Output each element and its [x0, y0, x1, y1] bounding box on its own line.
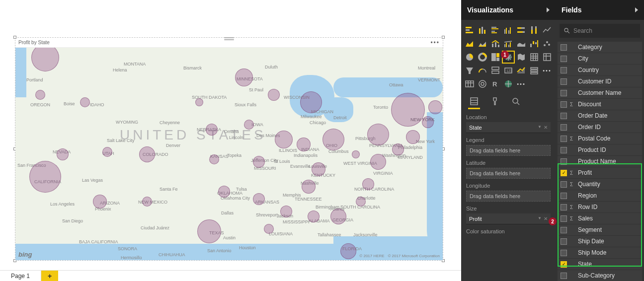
field-item[interactable]: Customer ID — [558, 76, 642, 87]
field-checkbox[interactable] — [561, 90, 567, 96]
map-visual-frame[interactable]: Profit by State ••• UNITED STATES OREGON… — [15, 37, 443, 261]
map-bubble[interactable] — [308, 211, 320, 222]
chevron-down-icon[interactable]: ▼ — [538, 125, 542, 130]
field-checkbox[interactable] — [561, 238, 567, 245]
r-visual-icon[interactable]: R — [490, 78, 501, 89]
map-bubble[interactable] — [367, 124, 389, 145]
field-item[interactable]: Category — [558, 42, 642, 53]
pie-icon[interactable] — [464, 52, 475, 63]
map-bubble[interactable] — [362, 178, 374, 190]
add-page-button[interactable]: + — [41, 271, 58, 281]
report-canvas[interactable]: Profit by State ••• UNITED STATES OREGON… — [0, 0, 461, 281]
analytics-tab-icon[interactable] — [510, 95, 522, 107]
field-checkbox[interactable] — [561, 273, 567, 279]
hundred-column-icon[interactable] — [529, 25, 540, 36]
map-body[interactable]: UNITED STATES OREGON IDAHO MONTANA SOUTH… — [15, 48, 443, 260]
field-checkbox[interactable] — [561, 67, 567, 73]
map-bubble[interactable] — [264, 224, 274, 234]
format-tab-icon[interactable] — [489, 95, 501, 107]
map-bubble[interactable] — [195, 98, 203, 106]
field-item[interactable]: ΣPostal Code — [558, 133, 642, 144]
field-item[interactable]: Product ID — [558, 144, 642, 155]
globe-visual-icon[interactable] — [503, 78, 514, 89]
field-checkbox[interactable] — [561, 78, 567, 85]
resize-handle[interactable] — [13, 36, 16, 39]
multirow-card-icon[interactable] — [490, 65, 501, 76]
field-checkbox[interactable] — [561, 215, 567, 222]
field-item[interactable]: Product Name — [558, 156, 642, 167]
scatter-icon[interactable] — [542, 38, 553, 49]
card-icon[interactable]: 123 — [503, 65, 514, 76]
map-bubble[interactable] — [197, 219, 221, 243]
resize-handle[interactable] — [442, 36, 445, 39]
map-bubble[interactable] — [35, 90, 45, 100]
donut-icon[interactable] — [477, 52, 488, 63]
map-bubble[interactable] — [297, 138, 311, 151]
map-bubble[interactable] — [253, 156, 265, 168]
waterfall-icon[interactable] — [529, 38, 540, 49]
gauge-icon[interactable] — [477, 65, 488, 76]
field-item[interactable]: Order Date — [558, 110, 642, 121]
map-bubble[interactable] — [302, 180, 316, 194]
field-checkbox[interactable] — [561, 44, 567, 51]
fields-header[interactable]: Fields — [556, 0, 644, 20]
map-bubble[interactable] — [391, 93, 425, 127]
kpi-icon[interactable] — [516, 65, 527, 76]
visualizations-header[interactable]: Visualizations — [461, 0, 556, 20]
field-item[interactable]: Country — [558, 65, 642, 75]
slicer-icon[interactable] — [529, 65, 540, 76]
funnel-icon[interactable] — [464, 65, 475, 76]
stacked-bar-icon[interactable] — [464, 25, 475, 36]
field-checkbox[interactable] — [561, 250, 567, 256]
well-longitude[interactable]: Drag data fields here — [466, 191, 551, 202]
more-options-icon[interactable]: ••• — [430, 39, 440, 46]
map-bubble[interactable] — [29, 161, 61, 193]
map-bubble[interactable] — [244, 120, 254, 130]
map-bubble[interactable] — [253, 193, 265, 205]
line-stacked-column-icon[interactable] — [490, 38, 501, 49]
field-checkbox[interactable] — [561, 124, 567, 131]
map-bubble[interactable] — [139, 146, 155, 162]
move-grip-icon[interactable] — [223, 37, 235, 41]
field-item[interactable]: Customer Name — [558, 87, 642, 98]
map-bubble[interactable] — [80, 97, 90, 107]
map-bubble[interactable] — [93, 195, 107, 209]
fields-tab-icon[interactable] — [468, 95, 480, 107]
map-bubble[interactable] — [206, 124, 218, 136]
field-checkbox[interactable]: ✓ — [561, 261, 567, 268]
map-bubble[interactable] — [268, 89, 280, 101]
map-bubble[interactable] — [322, 129, 344, 150]
treemap-icon[interactable] — [490, 52, 501, 63]
more-visuals-icon[interactable]: ••• — [542, 65, 553, 76]
field-checkbox[interactable] — [561, 101, 567, 108]
map-bubble[interactable] — [312, 162, 325, 176]
field-checkbox[interactable] — [561, 227, 567, 233]
field-checkbox[interactable] — [561, 181, 567, 188]
map-bubble[interactable] — [102, 147, 112, 157]
field-checkbox[interactable] — [561, 56, 567, 62]
field-item[interactable]: ✓ΣProfit — [558, 167, 642, 178]
map-bubble[interactable] — [352, 150, 360, 158]
ribbon-chart-icon[interactable] — [516, 38, 527, 49]
field-item[interactable]: ΣQuantity — [558, 179, 642, 190]
field-checkbox[interactable] — [561, 113, 567, 119]
well-location[interactable]: State ▼✕ — [466, 122, 551, 133]
fields-list[interactable]: CategoryCityCountryCustomer IDCustomer N… — [556, 42, 644, 281]
map-bubble[interactable] — [280, 206, 292, 217]
fields-search[interactable]: Search — [560, 24, 640, 38]
map-bubble[interactable] — [356, 197, 366, 207]
page-tab[interactable]: Page 1 — [0, 271, 41, 281]
field-item[interactable]: City — [558, 53, 642, 64]
field-checkbox[interactable] — [561, 193, 567, 199]
clustered-bar-icon[interactable] — [490, 25, 501, 36]
field-item[interactable]: ΣRow ID — [558, 202, 642, 212]
ellipsis-icon[interactable]: ••• — [516, 78, 527, 89]
field-item[interactable]: Sub-Category — [558, 270, 642, 281]
field-item[interactable]: Region — [558, 190, 642, 201]
map-bubble[interactable] — [340, 243, 356, 259]
matrix-icon[interactable] — [542, 52, 553, 63]
well-latitude[interactable]: Drag data fields here — [466, 168, 551, 179]
field-item[interactable]: Ship Mode — [558, 247, 642, 258]
remove-icon[interactable]: ✕ — [544, 216, 548, 221]
field-item[interactable]: ΣDiscount — [558, 99, 642, 110]
